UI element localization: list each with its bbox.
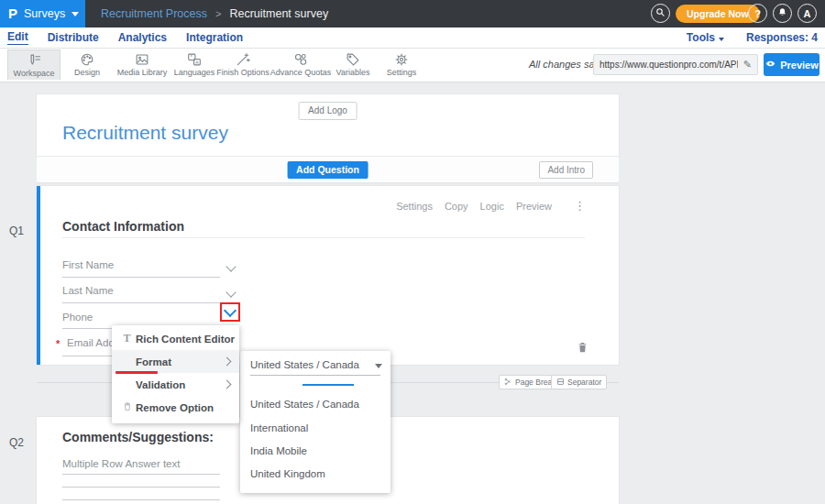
help-button[interactable]: ? <box>748 4 767 23</box>
advance-quotas-icon <box>292 51 309 68</box>
toolbar-item-languages[interactable]: *A Languages <box>167 49 222 80</box>
option-us-canada[interactable]: United States / Canada <box>250 399 359 413</box>
option-india-mobile[interactable]: India Mobile <box>250 445 307 460</box>
avatar[interactable]: A <box>798 4 817 23</box>
question-text[interactable]: Contact Information <box>62 219 184 234</box>
breadcrumb-separator: > <box>215 8 221 19</box>
product-switcher-label: Surveys <box>24 7 65 20</box>
delete-row-button[interactable] <box>576 341 589 358</box>
required-marker: * <box>56 338 60 349</box>
add-question-button[interactable]: Add Question <box>287 161 368 179</box>
question-logic-link[interactable]: Logic <box>480 201 504 212</box>
svg-text:A: A <box>195 60 199 65</box>
annotation-highlight-box <box>220 302 240 322</box>
survey-url-field[interactable]: https://www.questionpro.com/t/APNrFZ ✎ <box>593 54 758 75</box>
help-icon: ? <box>754 8 761 19</box>
toolbar-item-advance-quotas[interactable]: Advance Quotas <box>271 49 330 80</box>
answer-line <box>62 474 220 475</box>
chevron-right-icon <box>223 380 232 389</box>
chevron-down-icon[interactable] <box>226 287 236 297</box>
select-caret-icon <box>375 364 382 368</box>
trash-icon <box>120 400 134 416</box>
format-submenu: United States / Canada United States / C… <box>240 351 390 493</box>
scissors-icon <box>504 378 512 388</box>
question-1-label: Q1 <box>9 225 24 237</box>
chevron-down-icon[interactable] <box>224 304 236 317</box>
responses-link[interactable]: Responses: 4 <box>746 31 818 44</box>
question-copy-link[interactable]: Copy <box>445 201 468 212</box>
separator-icon <box>556 378 565 388</box>
option-international[interactable]: International <box>250 422 308 437</box>
select-underline <box>250 375 380 376</box>
menu-item-rich-content-editor[interactable]: T Rich Content Editor <box>112 327 239 350</box>
toolbar-item-finish-options[interactable]: Finish Options <box>215 49 270 80</box>
languages-icon: *A <box>186 51 203 68</box>
question-settings-link[interactable]: Settings <box>396 201 433 212</box>
questionpro-logo-icon: P <box>8 0 17 27</box>
edit-url-icon[interactable]: ✎ <box>738 59 757 71</box>
toolbar-item-media-library[interactable]: Media Library <box>112 49 172 80</box>
field-row-last-name[interactable]: Last Name <box>62 285 114 296</box>
brand-menu[interactable]: P Surveys <box>0 0 85 27</box>
question-text[interactable]: Comments/Suggestions: <box>62 430 214 444</box>
option-united-kingdom[interactable]: United Kingdom <box>250 468 325 483</box>
add-logo-button[interactable]: Add Logo <box>298 102 358 120</box>
field-underline <box>62 277 220 278</box>
tools-menu[interactable]: Tools <box>687 31 724 44</box>
answer-line <box>62 487 220 488</box>
selected-question-indicator <box>37 186 40 365</box>
field-row-phone[interactable]: Phone <box>62 312 93 323</box>
toolbar-item-design[interactable]: Design <box>60 49 115 80</box>
question-2-label: Q2 <box>9 436 24 449</box>
active-indicator <box>302 384 354 386</box>
upgrade-now-button[interactable]: Upgrade Now <box>676 5 760 23</box>
add-intro-button[interactable]: Add Intro <box>539 161 593 179</box>
menu-item-validation[interactable]: Validation <box>112 373 239 396</box>
design-icon <box>79 51 95 68</box>
question-actions: Settings Copy Logic Preview ⋮ <box>396 199 586 213</box>
breadcrumb-parent-link[interactable]: Recruitment Process <box>101 7 207 20</box>
settings-icon <box>393 51 410 68</box>
survey-tabs: Edit Distribute Analytics Integration <box>7 27 243 48</box>
breadcrumb: Recruitment Process > Recruitment survey <box>101 0 328 27</box>
chevron-right-icon <box>223 357 232 367</box>
survey-header-card: Add Logo Recruitment survey <box>37 94 619 156</box>
separator-button[interactable]: Separator <box>551 375 607 389</box>
top-bar: P Surveys Recruitment Process > Recruitm… <box>0 0 825 27</box>
field-underline <box>62 302 220 303</box>
row-options-menu: T Rich Content Editor Format Validation … <box>112 325 239 423</box>
bell-icon <box>776 6 788 20</box>
survey-title[interactable]: Recruitment survey <box>62 122 228 144</box>
search-button[interactable] <box>651 4 670 23</box>
more-options-icon[interactable]: ⋮ <box>574 199 586 213</box>
chevron-down-icon[interactable] <box>226 261 236 271</box>
multirow-answer-placeholder[interactable]: Multiple Row Answer text <box>62 458 180 469</box>
chevron-down-icon <box>72 12 79 16</box>
answer-line <box>62 499 220 500</box>
text-format-icon: T <box>120 332 134 345</box>
format-country-select[interactable]: United States / Canada <box>250 359 359 370</box>
field-row-first-name[interactable]: First Name <box>62 259 114 270</box>
nav-right-group: Tools Responses: 4 <box>687 27 818 48</box>
menu-item-remove-option[interactable]: Remove Option <box>112 396 239 419</box>
chevron-down-icon <box>719 38 724 41</box>
variables-icon <box>345 51 361 68</box>
breadcrumb-current: Recruitment survey <box>229 7 328 20</box>
menu-item-format[interactable]: Format <box>112 350 239 373</box>
question-preview-link[interactable]: Preview <box>516 201 552 212</box>
media-library-icon <box>134 51 150 68</box>
toolbar-item-workspace[interactable]: Workspace <box>7 49 60 80</box>
tab-integration[interactable]: Integration <box>186 31 243 44</box>
toolbar-item-settings[interactable]: Settings <box>374 49 429 80</box>
tab-edit[interactable]: Edit <box>7 30 28 45</box>
eye-icon <box>764 58 776 71</box>
question-divider <box>62 237 585 238</box>
preview-button[interactable]: Preview <box>764 53 820 76</box>
notifications-button[interactable] <box>773 4 792 23</box>
search-icon <box>654 6 666 20</box>
toolbar-item-variables[interactable]: Variables <box>325 49 380 80</box>
workspace-icon <box>26 52 42 69</box>
tab-analytics[interactable]: Analytics <box>118 31 167 44</box>
trash-icon <box>576 342 589 357</box>
tab-distribute[interactable]: Distribute <box>48 31 99 44</box>
